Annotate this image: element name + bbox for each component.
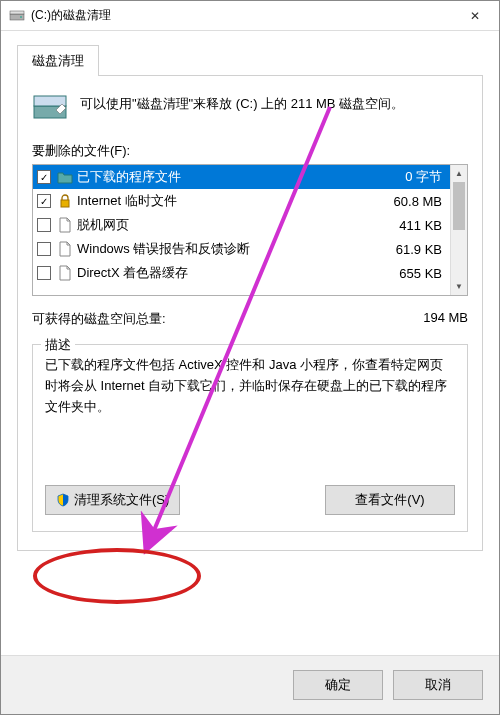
list-item[interactable]: ✓Internet 临时文件60.8 MB xyxy=(33,189,450,213)
shield-icon xyxy=(56,493,70,507)
item-size: 655 KB xyxy=(376,266,446,281)
description-legend: 描述 xyxy=(41,336,75,354)
description-text: 已下载的程序文件包括 ActiveX 控件和 Java 小程序，你查看特定网页时… xyxy=(45,355,455,465)
cancel-button[interactable]: 取消 xyxy=(393,670,483,700)
item-name: DirectX 着色器缓存 xyxy=(77,264,376,282)
drive-clean-icon xyxy=(32,90,68,126)
dialog-buttons: 确定 取消 xyxy=(1,655,499,714)
close-icon: ✕ xyxy=(470,9,480,23)
ok-button[interactable]: 确定 xyxy=(293,670,383,700)
scroll-up-icon[interactable]: ▲ xyxy=(451,165,467,182)
lock-icon xyxy=(57,193,73,209)
item-size: 411 KB xyxy=(376,218,446,233)
tab-panel: 可以使用"磁盘清理"来释放 (C:) 上的 211 MB 磁盘空间。 要删除的文… xyxy=(17,75,483,551)
item-size: 0 字节 xyxy=(376,168,446,186)
files-listbox[interactable]: ✓已下载的程序文件0 字节✓Internet 临时文件60.8 MB脱机网页41… xyxy=(32,164,468,296)
checkbox[interactable] xyxy=(37,218,51,232)
files-to-delete-label: 要删除的文件(F): xyxy=(32,142,468,160)
tab-disk-cleanup[interactable]: 磁盘清理 xyxy=(17,45,99,76)
item-size: 61.9 KB xyxy=(376,242,446,257)
checkbox[interactable] xyxy=(37,266,51,280)
total-row: 可获得的磁盘空间总量: 194 MB xyxy=(32,310,468,328)
close-button[interactable]: ✕ xyxy=(453,2,497,30)
list-item[interactable]: Windows 错误报告和反馈诊断61.9 KB xyxy=(33,237,450,261)
svg-rect-1 xyxy=(10,11,24,14)
tab-strip: 磁盘清理 xyxy=(17,45,483,76)
scrollbar[interactable]: ▲ ▼ xyxy=(450,165,467,295)
svg-point-2 xyxy=(20,16,22,18)
content-area: 磁盘清理 可以使用"磁盘清理"来释放 (C:) 上的 211 MB 磁盘空间。 … xyxy=(1,31,499,655)
drive-icon xyxy=(9,8,25,24)
description-buttons: 清理系统文件(S) 查看文件(V) xyxy=(45,485,455,515)
intro-row: 可以使用"磁盘清理"来释放 (C:) 上的 211 MB 磁盘空间。 xyxy=(32,90,468,126)
item-name: 脱机网页 xyxy=(77,216,376,234)
folder-icon xyxy=(57,169,73,185)
total-label: 可获得的磁盘空间总量: xyxy=(32,310,378,328)
window-title: (C:)的磁盘清理 xyxy=(31,7,453,24)
page-icon xyxy=(57,217,73,233)
titlebar: (C:)的磁盘清理 ✕ xyxy=(1,1,499,31)
scroll-track[interactable] xyxy=(451,182,467,278)
intro-text: 可以使用"磁盘清理"来释放 (C:) 上的 211 MB 磁盘空间。 xyxy=(80,90,404,114)
item-name: Windows 错误报告和反馈诊断 xyxy=(77,240,376,258)
description-fieldset: 描述 已下载的程序文件包括 ActiveX 控件和 Java 小程序，你查看特定… xyxy=(32,344,468,532)
view-files-button[interactable]: 查看文件(V) xyxy=(325,485,455,515)
item-name: Internet 临时文件 xyxy=(77,192,376,210)
item-name: 已下载的程序文件 xyxy=(77,168,376,186)
scroll-thumb[interactable] xyxy=(453,182,465,230)
item-size: 60.8 MB xyxy=(376,194,446,209)
checkbox[interactable]: ✓ xyxy=(37,170,51,184)
total-value: 194 MB xyxy=(378,310,468,328)
disk-cleanup-window: (C:)的磁盘清理 ✕ 磁盘清理 可以使用"磁盘清理"来释放 (C:) 上的 2… xyxy=(0,0,500,715)
svg-rect-5 xyxy=(61,200,69,207)
checkbox[interactable]: ✓ xyxy=(37,194,51,208)
page-icon xyxy=(57,241,73,257)
list-item[interactable]: ✓已下载的程序文件0 字节 xyxy=(33,165,450,189)
list-item[interactable]: 脱机网页411 KB xyxy=(33,213,450,237)
list-item[interactable]: DirectX 着色器缓存655 KB xyxy=(33,261,450,285)
scroll-down-icon[interactable]: ▼ xyxy=(451,278,467,295)
checkbox[interactable] xyxy=(37,242,51,256)
clean-system-files-button[interactable]: 清理系统文件(S) xyxy=(45,485,180,515)
listbox-inner: ✓已下载的程序文件0 字节✓Internet 临时文件60.8 MB脱机网页41… xyxy=(33,165,450,295)
page-icon xyxy=(57,265,73,281)
